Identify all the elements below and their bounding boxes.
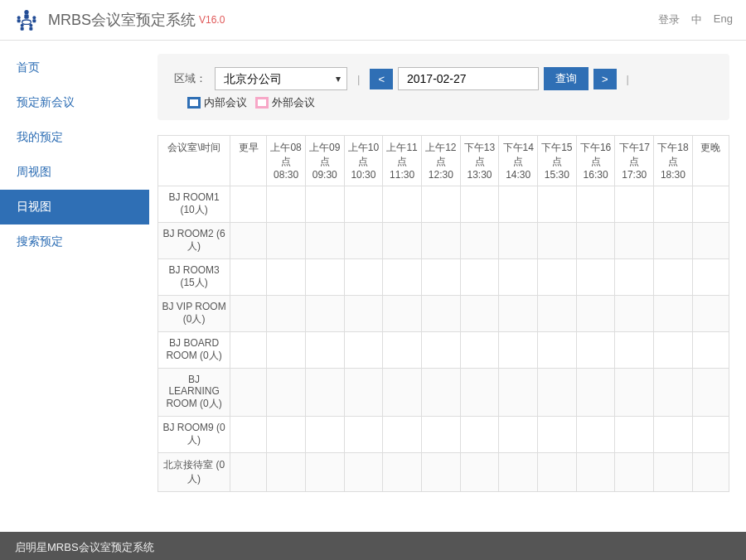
schedule-cell[interactable] [305,453,344,492]
login-link[interactable]: 登录 [658,12,680,27]
schedule-cell[interactable] [538,186,577,223]
schedule-cell[interactable] [692,259,729,296]
schedule-cell[interactable] [267,417,306,453]
schedule-cell[interactable] [421,453,460,492]
schedule-cell[interactable] [460,186,499,223]
schedule-cell[interactable] [344,259,383,296]
schedule-cell[interactable] [267,186,306,223]
lang-cn-link[interactable]: 中 [691,12,702,27]
schedule-cell[interactable] [538,296,577,332]
schedule-cell[interactable] [421,223,460,259]
schedule-cell[interactable] [615,453,654,492]
schedule-cell[interactable] [460,296,499,332]
schedule-cell[interactable] [230,259,267,296]
schedule-cell[interactable] [654,223,693,259]
schedule-cell[interactable] [230,417,267,453]
schedule-cell[interactable] [267,332,306,369]
schedule-cell[interactable] [305,417,344,453]
schedule-cell[interactable] [499,417,538,453]
sidebar-item-4[interactable]: 日视图 [0,190,149,224]
schedule-cell[interactable] [344,186,383,223]
sidebar-item-2[interactable]: 我的预定 [0,120,149,155]
schedule-cell[interactable] [538,453,577,492]
schedule-cell[interactable] [344,453,383,492]
schedule-cell[interactable] [576,417,615,453]
schedule-cell[interactable] [538,369,577,417]
schedule-cell[interactable] [383,453,422,492]
schedule-cell[interactable] [305,296,344,332]
schedule-cell[interactable] [692,186,729,223]
schedule-cell[interactable] [576,453,615,492]
schedule-cell[interactable] [383,417,422,453]
schedule-cell[interactable] [383,332,422,369]
schedule-cell[interactable] [499,453,538,492]
schedule-cell[interactable] [499,296,538,332]
schedule-cell[interactable] [692,332,729,369]
schedule-cell[interactable] [305,369,344,417]
schedule-cell[interactable] [654,186,693,223]
schedule-cell[interactable] [267,296,306,332]
schedule-cell[interactable] [615,259,654,296]
sidebar-item-1[interactable]: 预定新会议 [0,85,149,120]
schedule-cell[interactable] [538,259,577,296]
schedule-cell[interactable] [267,259,306,296]
schedule-cell[interactable] [576,259,615,296]
schedule-cell[interactable] [499,332,538,369]
room-cell[interactable]: BJ LEARNING ROOM (0人) [158,369,230,417]
schedule-cell[interactable] [615,223,654,259]
sidebar-item-5[interactable]: 搜索预定 [0,224,149,259]
schedule-cell[interactable] [460,417,499,453]
room-cell[interactable]: BJ ROOM3 (15人) [158,259,230,296]
sidebar-item-0[interactable]: 首页 [0,51,149,85]
schedule-cell[interactable] [421,369,460,417]
next-date-button[interactable]: > [593,69,617,89]
schedule-cell[interactable] [421,259,460,296]
schedule-cell[interactable] [499,186,538,223]
schedule-cell[interactable] [615,417,654,453]
schedule-cell[interactable] [654,332,693,369]
schedule-cell[interactable] [538,332,577,369]
schedule-cell[interactable] [421,296,460,332]
schedule-cell[interactable] [576,223,615,259]
sidebar-item-3[interactable]: 周视图 [0,155,149,190]
schedule-cell[interactable] [421,417,460,453]
query-button[interactable]: 查询 [544,67,589,90]
schedule-cell[interactable] [615,186,654,223]
schedule-cell[interactable] [615,296,654,332]
schedule-cell[interactable] [460,259,499,296]
schedule-cell[interactable] [305,223,344,259]
schedule-cell[interactable] [421,186,460,223]
schedule-cell[interactable] [230,296,267,332]
schedule-cell[interactable] [692,417,729,453]
schedule-cell[interactable] [230,223,267,259]
area-select[interactable]: 北京分公司 [215,67,347,90]
schedule-cell[interactable] [305,186,344,223]
schedule-cell[interactable] [344,332,383,369]
schedule-cell[interactable] [460,332,499,369]
schedule-cell[interactable] [692,223,729,259]
schedule-cell[interactable] [576,186,615,223]
schedule-cell[interactable] [654,259,693,296]
schedule-cell[interactable] [460,453,499,492]
schedule-cell[interactable] [692,369,729,417]
schedule-cell[interactable] [230,453,267,492]
schedule-cell[interactable] [499,259,538,296]
schedule-cell[interactable] [383,186,422,223]
schedule-cell[interactable] [383,369,422,417]
schedule-cell[interactable] [692,453,729,492]
schedule-cell[interactable] [421,332,460,369]
schedule-cell[interactable] [654,369,693,417]
room-cell[interactable]: 北京接待室 (0人) [158,453,230,492]
schedule-cell[interactable] [344,369,383,417]
schedule-cell[interactable] [230,186,267,223]
schedule-cell[interactable] [460,223,499,259]
lang-en-link[interactable]: Eng [714,12,733,27]
schedule-cell[interactable] [383,223,422,259]
schedule-cell[interactable] [576,369,615,417]
schedule-cell[interactable] [615,332,654,369]
schedule-cell[interactable] [692,296,729,332]
room-cell[interactable]: BJ ROOM1 (10人) [158,186,230,223]
schedule-cell[interactable] [305,259,344,296]
schedule-cell[interactable] [230,369,267,417]
schedule-cell[interactable] [383,296,422,332]
